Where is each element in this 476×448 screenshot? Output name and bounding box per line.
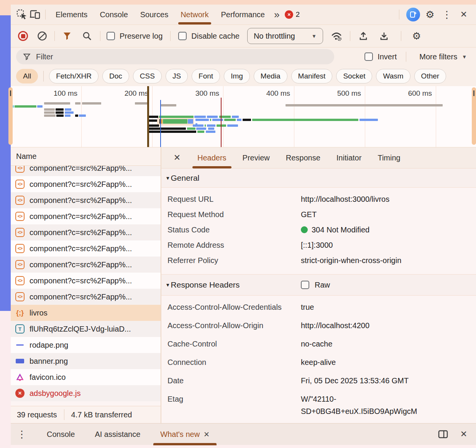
- more-filters-button[interactable]: More filters ▼: [415, 52, 467, 61]
- error-badge[interactable]: ✕ 2: [282, 10, 302, 19]
- chip-fetch-xhr[interactable]: Fetch/XHR: [49, 69, 98, 83]
- tab-sources[interactable]: Sources: [134, 5, 174, 25]
- filter-input[interactable]: Filter: [16, 49, 334, 64]
- chip-wasm[interactable]: Wasm: [376, 69, 410, 83]
- kebab-menu-icon[interactable]: ⋮: [440, 8, 454, 21]
- whats-new-close-icon[interactable]: ✕: [204, 430, 210, 439]
- more-tabs-icon[interactable]: »: [271, 9, 282, 21]
- request-row-component-c-src-2fap[interactable]: <>component?c=src%2Fapp%...: [11, 192, 161, 208]
- raw-checkbox[interactable]: Raw: [301, 281, 330, 289]
- tab-console[interactable]: Console: [94, 5, 134, 25]
- network-overview-timeline[interactable]: 100 ms200 ms300 ms400 ms500 ms600 ms: [11, 86, 476, 147]
- dock-side-icon[interactable]: [436, 427, 450, 441]
- close-details-icon[interactable]: ✕: [170, 151, 184, 165]
- waterfall-bar: [197, 131, 204, 133]
- waterfall-bar: [56, 114, 64, 117]
- details-tab-preview[interactable]: Preview: [235, 147, 278, 168]
- request-row-component-c-src-2fap[interactable]: <>component?c=src%2Fapp%...: [11, 166, 161, 176]
- response-headers-section-header[interactable]: ▾ Response Headers Raw: [161, 274, 476, 296]
- filter-funnel-icon[interactable]: [60, 29, 74, 43]
- throttling-select[interactable]: No throttling ▼: [247, 28, 323, 44]
- requests-count: 39 requests: [17, 410, 57, 419]
- details-tab-headers[interactable]: Headers: [189, 147, 235, 168]
- import-har-icon[interactable]: [356, 29, 370, 43]
- name-column-header[interactable]: Name: [11, 147, 161, 166]
- toolbar-divider: [54, 31, 55, 41]
- request-row-component-c-src-2fap[interactable]: <>component?c=src%2Fapp%...: [11, 208, 161, 224]
- drawer-kebab-menu-icon[interactable]: ⋮: [17, 428, 27, 440]
- drawer-tab-ai-assistance[interactable]: AI assistance: [85, 423, 150, 445]
- request-row-adsbygoogle-js[interactable]: ✕adsbygoogle.js: [11, 385, 161, 401]
- waterfall-bar: [243, 119, 251, 121]
- request-row-component-c-src-2fap[interactable]: <>component?c=src%2Fapp%...: [11, 257, 161, 273]
- request-row-favicon-ico[interactable]: favicon.ico: [11, 369, 161, 385]
- details-tab-initiator[interactable]: Initiator: [328, 147, 370, 168]
- detail-row-request-method: Request MethodGET: [167, 208, 476, 224]
- waterfall-bar: [210, 119, 211, 121]
- drawer-tab-console[interactable]: Console: [37, 423, 85, 445]
- drawer-tab-label: AI assistance: [95, 430, 140, 439]
- invert-checkbox[interactable]: Invert: [364, 52, 397, 61]
- favicon-icon: [15, 373, 25, 382]
- chip-font[interactable]: Font: [192, 69, 220, 83]
- close-drawer-icon[interactable]: ✕: [457, 427, 471, 441]
- tab-elements[interactable]: Elements: [49, 5, 94, 25]
- preserve-log-checkbox[interactable]: Preserve log: [107, 32, 162, 41]
- general-rows: Request URLhttp://localhost:3000/livrosR…: [161, 188, 476, 274]
- record-network-log-icon[interactable]: [16, 29, 30, 43]
- request-row-component-c-src-2fap[interactable]: <>component?c=src%2Fapp%...: [11, 273, 161, 289]
- response-header-row-etag: EtagW/"42110-SD+0BG4B+euX.I5iBO9ApWigcM: [167, 393, 476, 417]
- export-har-icon[interactable]: [377, 29, 391, 43]
- overview-left-handle[interactable]: [8, 87, 13, 145]
- chevron-down-icon: ▼: [312, 33, 317, 39]
- throttling-value: No throttling: [254, 32, 295, 41]
- overview-right-handle[interactable]: [472, 87, 476, 145]
- panel-divider: [161, 147, 161, 423]
- request-row-fluhrq6tzzclqej-vdg[interactable]: TflUhRq6tzZclQEJ-Vdg-luiaD...: [11, 321, 161, 337]
- chip-media[interactable]: Media: [254, 69, 287, 83]
- chip-js[interactable]: JS: [166, 69, 188, 83]
- chip-socket[interactable]: Socket: [336, 69, 372, 83]
- script-icon: <>: [15, 228, 25, 237]
- close-devtools-icon[interactable]: ✕: [457, 8, 471, 21]
- details-tab-timing[interactable]: Timing: [369, 147, 408, 168]
- network-settings-gear-icon[interactable]: ⚙: [410, 29, 423, 43]
- search-icon[interactable]: [80, 29, 94, 43]
- chip-img[interactable]: Img: [224, 69, 250, 83]
- response-header-rows: Access-Control-Allow-CredentialstrueAcce…: [161, 296, 476, 423]
- request-row-component-c-src-2fap[interactable]: <>component?c=src%2Fapp%...: [11, 240, 161, 257]
- device-toolbar-icon[interactable]: [28, 8, 41, 21]
- tab-network[interactable]: Network: [174, 5, 215, 25]
- status-dot: [301, 226, 308, 233]
- triangle-down-icon: ▾: [166, 175, 169, 181]
- waterfall-bar: [75, 114, 78, 117]
- chip-manifest[interactable]: Manifest: [291, 69, 333, 83]
- request-row-rodape-png[interactable]: rodape.png: [11, 337, 161, 353]
- tab-performance[interactable]: Performance: [215, 5, 271, 25]
- drawer-toolbar: ⋮ ConsoleAI assistanceWhat's new✕ ✕: [11, 423, 476, 445]
- inspect-element-icon[interactable]: [15, 8, 28, 21]
- settings-gear-icon[interactable]: ⚙: [423, 8, 437, 21]
- request-row-component-c-src-2fap[interactable]: <>component?c=src%2Fapp%...: [11, 176, 161, 192]
- waterfall-bar: [56, 111, 64, 114]
- chip-css[interactable]: CSS: [133, 69, 162, 83]
- chip-other[interactable]: Other: [414, 69, 446, 83]
- chip-all[interactable]: All: [16, 69, 38, 83]
- network-conditions-icon[interactable]: [330, 29, 344, 43]
- clear-network-log-icon[interactable]: [35, 29, 49, 43]
- script-icon: <>: [15, 196, 25, 205]
- request-row-banner-png[interactable]: banner.png: [11, 353, 161, 369]
- disable-cache-checkbox[interactable]: Disable cache: [178, 32, 240, 41]
- response-header-row-access-control-allow-credentials: Access-Control-Allow-Credentialstrue: [167, 301, 476, 313]
- details-tab-response[interactable]: Response: [278, 147, 328, 168]
- handle-grip: [473, 90, 474, 96]
- request-row-livros[interactable]: {;}livros: [11, 305, 161, 321]
- request-row-component-c-src-2fap[interactable]: <>component?c=src%2Fapp%...: [11, 289, 161, 305]
- waterfall-bar: [56, 108, 64, 111]
- json-icon: {;}: [15, 308, 25, 317]
- general-section-header[interactable]: ▾ General: [161, 168, 476, 188]
- request-row-component-c-src-2fap[interactable]: <>component?c=src%2Fapp%...: [11, 224, 161, 240]
- drawer-tab-what-s-new[interactable]: What's new✕: [150, 423, 220, 445]
- chip-doc[interactable]: Doc: [102, 69, 129, 83]
- ai-assistance-icon[interactable]: [406, 8, 420, 21]
